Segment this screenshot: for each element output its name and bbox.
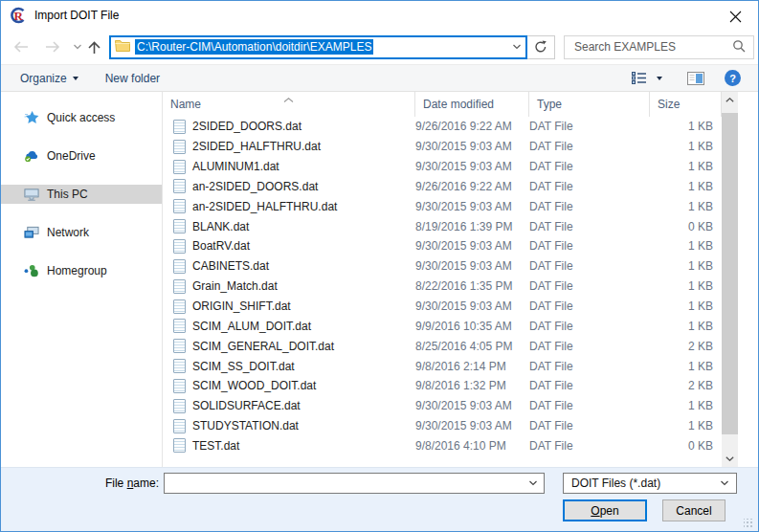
file-name-cell[interactable]: SCIM_ALUM_DOIT.dat xyxy=(163,319,415,333)
table-row[interactable]: ALUMINUM1.dat9/30/2015 9:03 AMDAT File1 … xyxy=(163,157,722,177)
new-folder-button[interactable]: New folder xyxy=(105,72,160,85)
table-row[interactable]: SCIM_GENERAL_DOIT.dat8/25/2016 4:05 PMDA… xyxy=(163,336,722,356)
import-doit-file-dialog: R Import DOIT File C:\Router-CIM\Automat… xyxy=(0,0,759,532)
vertical-scrollbar[interactable] xyxy=(722,92,738,467)
address-chevron-down-icon[interactable] xyxy=(512,44,522,50)
file-date-cell: 8/25/2016 4:05 PM xyxy=(415,340,529,353)
file-name-text: BLANK.dat xyxy=(192,220,249,233)
sidebar-item-label: Quick access xyxy=(47,111,115,124)
file-date-cell: 9/30/2015 9:03 AM xyxy=(415,399,529,412)
document-icon xyxy=(173,199,186,213)
refresh-icon[interactable] xyxy=(527,35,555,59)
file-name-cell[interactable]: an-2SIDED_DOORS.dat xyxy=(163,179,415,193)
sidebar-item-quick-access[interactable]: Quick access xyxy=(1,108,162,127)
table-row[interactable]: ORIGIN_SHIFT.dat9/30/2015 9:03 AMDAT Fil… xyxy=(163,297,722,317)
file-name-cell[interactable]: BoatRV.dat xyxy=(163,239,415,254)
cancel-button[interactable]: Cancel xyxy=(662,499,726,521)
address-path-selected-text[interactable]: C:\Router-CIM\Automation\doitdir\EXAMPLE… xyxy=(135,39,373,55)
file-size-cell: 1 KB xyxy=(650,200,722,213)
view-details-icon[interactable] xyxy=(632,72,647,84)
file-name-cell[interactable]: TEST.dat xyxy=(163,438,415,453)
scrollbar-thumb[interactable] xyxy=(722,113,738,434)
preview-pane-icon[interactable] xyxy=(687,72,704,85)
file-type-filter-dropdown[interactable]: DOIT Files (*.dat) xyxy=(563,473,737,494)
document-icon xyxy=(173,140,186,154)
table-row[interactable]: TEST.dat9/8/2016 4:10 PMDAT File0 KB xyxy=(163,436,722,456)
file-name-cell[interactable]: STUDYSTATION.dat xyxy=(163,419,415,433)
file-date-cell: 9/30/2015 9:03 AM xyxy=(415,160,529,173)
table-row[interactable]: SOLIDSURFACE.dat9/30/2015 9:03 AMDAT Fil… xyxy=(163,396,722,416)
resize-grip[interactable] xyxy=(744,519,753,528)
file-name-cell[interactable]: CABINETS.dat xyxy=(163,259,415,274)
file-name-input[interactable] xyxy=(165,474,528,493)
table-row[interactable]: 2SIDED_DOORS.dat9/26/2016 9:22 AMDAT Fil… xyxy=(163,117,722,137)
file-name-text: 2SIDED_DOORS.dat xyxy=(192,120,301,133)
file-type-cell: DAT File xyxy=(529,120,650,133)
organize-button[interactable]: Organize xyxy=(20,72,78,85)
file-name-cell[interactable]: ORIGIN_SHIFT.dat xyxy=(163,299,415,314)
search-box[interactable] xyxy=(564,35,754,59)
open-button[interactable]: Open xyxy=(563,499,647,521)
search-input[interactable] xyxy=(574,40,732,54)
file-name-cell[interactable]: SCIM_SS_DOIT.dat xyxy=(163,359,415,373)
file-name-cell[interactable]: BLANK.dat xyxy=(163,219,415,233)
document-icon xyxy=(173,279,186,294)
document-icon xyxy=(173,299,186,314)
table-row[interactable]: Grain_Match.dat8/22/2016 1:35 PMDAT File… xyxy=(163,277,722,297)
up-icon[interactable] xyxy=(86,40,102,55)
dialog-footer: File name: DOIT Files (*.dat) Open Cance… xyxy=(1,467,758,532)
document-icon xyxy=(173,120,186,134)
file-name-cell[interactable]: an-2SIDED_HALFTHRU.dat xyxy=(163,199,415,213)
sidebar-item-this-pc[interactable]: This PC xyxy=(1,185,162,204)
column-header-date-modified[interactable]: Date modified xyxy=(415,92,529,117)
star-icon xyxy=(24,110,39,125)
document-icon xyxy=(173,160,186,174)
command-toolbar: Organize New folder xyxy=(1,64,758,92)
file-name-cell[interactable]: SCIM_GENERAL_DOIT.dat xyxy=(163,339,415,353)
file-size-cell: 1 KB xyxy=(650,399,722,412)
help-icon[interactable]: ? xyxy=(725,70,741,86)
table-row[interactable]: SCIM_ALUM_DOIT.dat9/9/2016 10:35 AMDAT F… xyxy=(163,316,722,336)
scroll-down-icon[interactable] xyxy=(722,451,738,467)
forward-icon[interactable] xyxy=(44,40,61,54)
sidebar-item-network[interactable]: Network xyxy=(1,223,162,242)
view-options-chevron-icon[interactable] xyxy=(657,77,662,80)
file-name-text: SCIM_ALUM_DOIT.dat xyxy=(192,320,311,333)
file-type-cell: DAT File xyxy=(529,200,650,213)
address-bar[interactable]: C:\Router-CIM\Automation\doitdir\EXAMPLE… xyxy=(109,35,527,59)
file-name-cell[interactable]: 2SIDED_HALFTHRU.dat xyxy=(163,140,415,154)
column-header-size[interactable]: Size xyxy=(650,92,722,117)
title-bar: R Import DOIT File xyxy=(1,1,758,30)
table-row[interactable]: CABINETS.dat9/30/2015 9:03 AMDAT File1 K… xyxy=(163,256,722,277)
recent-locations-chevron-icon[interactable] xyxy=(73,44,82,50)
back-icon[interactable] xyxy=(12,40,30,54)
scroll-up-icon[interactable] xyxy=(722,92,738,108)
file-name-combo[interactable] xyxy=(164,473,545,494)
file-type-cell: DAT File xyxy=(529,360,650,373)
table-row[interactable]: SCIM_SS_DOIT.dat9/8/2016 2:14 PMDAT File… xyxy=(163,356,722,376)
close-icon[interactable] xyxy=(722,6,748,27)
table-row[interactable]: SCIM_WOOD_DOIT.dat9/8/2016 1:32 PMDAT Fi… xyxy=(163,376,722,396)
file-name-cell[interactable]: Grain_Match.dat xyxy=(163,279,415,294)
file-name-cell[interactable]: SCIM_WOOD_DOIT.dat xyxy=(163,379,415,393)
file-name-cell[interactable]: SOLIDSURFACE.dat xyxy=(163,399,415,413)
table-row[interactable]: an-2SIDED_DOORS.dat9/26/2016 9:22 AMDAT … xyxy=(163,177,722,197)
file-type-cell: DAT File xyxy=(529,419,650,432)
column-header-type[interactable]: Type xyxy=(529,92,650,117)
sidebar-item-homegroup[interactable]: Homegroup xyxy=(1,261,162,280)
new-folder-label: New folder xyxy=(105,72,160,85)
table-row[interactable]: STUDYSTATION.dat9/30/2015 9:03 AMDAT Fil… xyxy=(163,416,722,436)
table-row[interactable]: BLANK.dat8/19/2016 1:39 PMDAT File0 KB xyxy=(163,216,722,236)
file-type-filter-value: DOIT Files (*.dat) xyxy=(571,477,660,490)
file-type-cell: DAT File xyxy=(529,439,650,453)
table-row[interactable]: BoatRV.dat9/30/2015 9:03 AMDAT File1 KB xyxy=(163,236,722,256)
network-icon xyxy=(24,225,39,240)
file-name-cell[interactable]: ALUMINUM1.dat xyxy=(163,160,415,174)
file-name-chevron-down-icon[interactable] xyxy=(528,480,544,486)
table-row[interactable]: 2SIDED_HALFTHRU.dat9/30/2015 9:03 AMDAT … xyxy=(163,137,722,157)
file-name-text: ALUMINUM1.dat xyxy=(192,160,279,173)
file-size-cell: 1 KB xyxy=(650,140,722,153)
sidebar-item-onedrive[interactable]: OneDrive xyxy=(1,146,162,166)
file-name-cell[interactable]: 2SIDED_DOORS.dat xyxy=(163,120,415,134)
table-row[interactable]: an-2SIDED_HALFTHRU.dat9/30/2015 9:03 AMD… xyxy=(163,196,722,216)
